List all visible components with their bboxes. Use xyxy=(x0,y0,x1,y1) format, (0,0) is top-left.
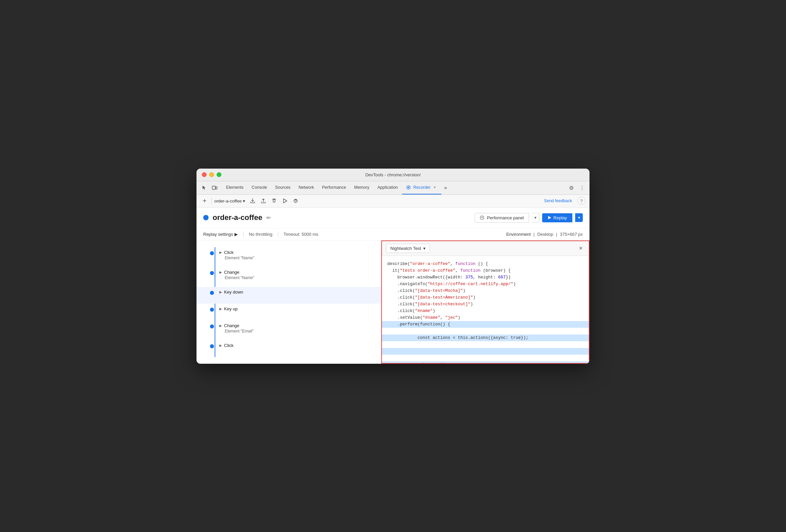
edit-icon[interactable]: ✏ xyxy=(267,215,271,221)
step-expand-icon[interactable]: ▶ xyxy=(219,307,222,311)
settings-chevron-icon: ▶ xyxy=(234,232,238,237)
code-panel: Nightwatch Test ▾ × describe("order-a-co… xyxy=(381,240,590,364)
svg-marker-4 xyxy=(283,199,287,203)
add-recording-button[interactable]: + xyxy=(201,197,209,205)
toolbar-divider xyxy=(211,198,212,204)
replay-settings: Replay settings ▶ No throttling Timeout:… xyxy=(196,228,590,240)
tab-elements[interactable]: Elements xyxy=(222,181,248,194)
step-type-label: Change xyxy=(224,323,239,328)
step-expand-icon[interactable]: ▶ xyxy=(219,324,222,327)
desktop-label: Desktop xyxy=(537,232,554,237)
recording-status-dot xyxy=(203,215,209,220)
main-content: order-a-coffee ✏ Performance panel ▾ Rep… xyxy=(196,208,590,364)
tab-performance[interactable]: Performance xyxy=(318,181,350,194)
toolbar-right: ⚙ ⋮ xyxy=(567,183,587,192)
step-expand-icon[interactable]: ▶ xyxy=(219,251,222,254)
step-type-label: Key up xyxy=(224,306,237,311)
throttling-value: No throttling xyxy=(243,232,272,237)
dimensions-label: 375×667 px xyxy=(560,232,583,237)
devtools-window: DevTools - chrome://version/ Elements Co… xyxy=(196,169,590,364)
performance-panel-dropdown[interactable]: ▾ xyxy=(532,213,539,222)
tabs-area: Elements Console Sources Network Perform… xyxy=(222,181,567,194)
export-dropdown-chevron-icon: ▾ xyxy=(423,246,425,251)
settings-icon[interactable]: ⚙ xyxy=(567,183,576,192)
maximize-button[interactable] xyxy=(217,172,221,177)
timeout-value: Timeout: 5000 ms xyxy=(278,232,319,237)
dropdown-chevron-icon: ▾ xyxy=(243,199,245,204)
toolbar-icons xyxy=(199,183,219,192)
send-feedback-button[interactable]: Send feedback xyxy=(541,197,575,205)
step-dot xyxy=(210,344,214,348)
code-pre: describe("order-a-coffee", function () {… xyxy=(387,261,583,363)
svg-point-7 xyxy=(482,217,482,218)
step-type-label: Change xyxy=(224,270,239,275)
recorder-action-buttons xyxy=(248,196,300,206)
svg-rect-0 xyxy=(212,186,215,189)
settings-right-divider2: | xyxy=(556,232,557,237)
recording-header: order-a-coffee ✏ Performance panel ▾ Rep… xyxy=(196,208,590,228)
step-dot xyxy=(210,271,214,275)
devtools-toolbar: Elements Console Sources Network Perform… xyxy=(196,181,590,195)
device-toolbar-icon[interactable] xyxy=(210,183,219,192)
svg-point-3 xyxy=(408,187,409,188)
settings-right-divider: | xyxy=(533,232,534,237)
more-options-icon[interactable]: ⋮ xyxy=(577,183,587,192)
step-type-label: Click xyxy=(224,343,233,348)
step-type-label: Click xyxy=(224,250,233,255)
export-format-label: Nightwatch Test xyxy=(390,246,421,251)
traffic-lights xyxy=(202,172,221,177)
tab-application[interactable]: Application xyxy=(373,181,402,194)
svg-marker-8 xyxy=(548,216,551,219)
code-content: describe("order-a-coffee", function () {… xyxy=(382,256,589,363)
tab-recorder[interactable]: Recorder × xyxy=(402,181,441,194)
tab-network[interactable]: Network xyxy=(295,181,318,194)
step-expand-icon[interactable]: ▶ xyxy=(219,270,222,274)
replay-dropdown[interactable]: ▾ xyxy=(575,213,583,222)
close-button[interactable] xyxy=(202,172,207,177)
export-icon[interactable] xyxy=(248,196,257,206)
recorder-tab-close[interactable]: × xyxy=(432,185,437,190)
help-button[interactable]: ? xyxy=(577,197,585,205)
step-dot xyxy=(210,251,214,255)
import-icon[interactable] xyxy=(259,196,268,206)
more-tabs-icon[interactable]: » xyxy=(441,185,450,191)
settings-right: Environment | Desktop | 375×667 px xyxy=(506,232,583,237)
recording-name-selector[interactable]: order-a-coffee ▾ xyxy=(214,199,245,204)
window-title: DevTools - chrome://version/ xyxy=(366,172,421,177)
recording-name-label: order-a-coffee xyxy=(213,213,262,222)
header-action-buttons: Performance panel ▾ Replay ▾ xyxy=(475,213,583,223)
code-panel-header: Nightwatch Test ▾ × xyxy=(382,241,589,256)
cursor-icon[interactable] xyxy=(199,183,209,192)
step-expand-icon[interactable]: ▶ xyxy=(219,290,222,294)
title-bar: DevTools - chrome://version/ xyxy=(196,169,590,181)
play-icon[interactable] xyxy=(280,196,290,206)
step-dot xyxy=(210,291,214,295)
replay-button[interactable]: Replay xyxy=(542,213,572,222)
record-icon[interactable] xyxy=(291,196,300,206)
step-expand-icon[interactable]: ▶ xyxy=(219,344,222,347)
minimize-button[interactable] xyxy=(209,172,214,177)
step-type-label: Key down xyxy=(224,290,243,295)
step-dot xyxy=(210,324,214,328)
performance-panel-button[interactable]: Performance panel xyxy=(475,213,529,223)
recording-title: order-a-coffee ✏ xyxy=(203,213,271,222)
svg-rect-1 xyxy=(216,187,217,189)
settings-left: Replay settings ▶ No throttling Timeout:… xyxy=(203,232,319,237)
tab-sources[interactable]: Sources xyxy=(271,181,295,194)
delete-icon[interactable] xyxy=(270,196,279,206)
code-panel-close-button[interactable]: × xyxy=(577,244,585,252)
tab-memory[interactable]: Memory xyxy=(350,181,373,194)
replay-settings-label[interactable]: Replay settings ▶ xyxy=(203,232,238,237)
recorder-toolbar: + order-a-coffee ▾ Send feedback ? xyxy=(196,195,590,208)
steps-container: ▶ Click Element "Name" ⋮ xyxy=(196,240,590,364)
tab-console[interactable]: Console xyxy=(248,181,271,194)
step-dot xyxy=(210,308,214,312)
export-format-dropdown[interactable]: Nightwatch Test ▾ xyxy=(386,244,430,253)
environment-label: Environment xyxy=(506,232,531,237)
